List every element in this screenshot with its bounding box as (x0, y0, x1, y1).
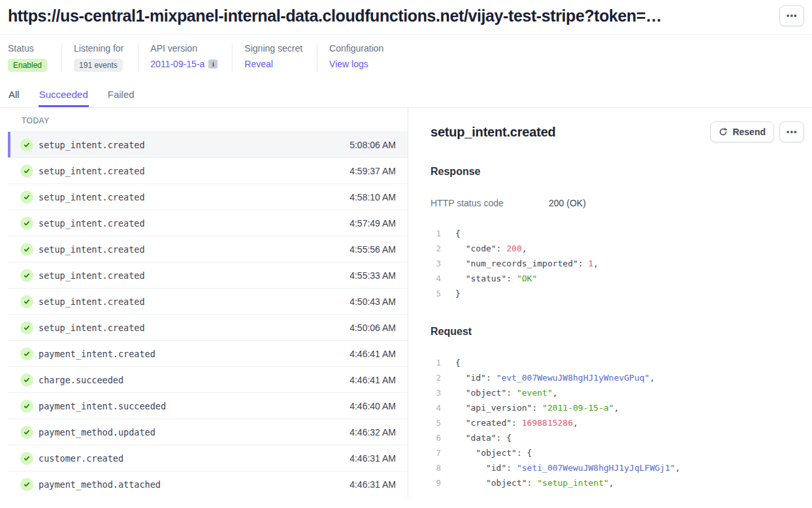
code-text: } (455, 286, 461, 301)
success-check-icon (20, 165, 33, 178)
meta-value: Enabled (8, 59, 47, 72)
status-badge: Enabled (8, 59, 47, 72)
code-text: "object": "setup_intent", (455, 475, 614, 490)
line-number: 5 (430, 286, 441, 301)
meta-item: StatusEnabled (8, 43, 61, 72)
webhook-endpoint-page: https://us-central1-mixpanel-internal-da… (0, 0, 812, 508)
success-check-icon (20, 138, 33, 151)
event-name: setup_intent.created (39, 323, 145, 333)
event-time: 4:46:32 AM (349, 427, 396, 437)
success-check-icon (20, 400, 33, 413)
request-json-code: 1{2 "id": "evt_007WewuJW8hgHJ1yWnevGPuq"… (430, 355, 804, 490)
success-check-icon (20, 243, 33, 256)
code-text: "object": "event", (455, 385, 558, 400)
meta-item: ConfigurationView logs (317, 43, 398, 72)
header-overflow-button[interactable]: ••• (779, 5, 804, 26)
event-time: 4:57:49 AM (349, 218, 396, 229)
event-row[interactable]: setup_intent.created4:55:33 AM (8, 262, 408, 288)
event-row[interactable]: payment_method.updated4:46:32 AM (8, 419, 408, 445)
event-name: charge.succeeded (39, 375, 123, 385)
meta-label: Status (8, 43, 47, 54)
event-name: setup_intent.created (39, 244, 145, 255)
event-time: 4:46:41 AM (349, 349, 396, 359)
event-row[interactable]: setup_intent.created4:55:56 AM (8, 236, 408, 262)
event-row[interactable]: setup_intent.created4:57:49 AM (8, 210, 408, 236)
selected-indicator (8, 132, 10, 157)
tab-all[interactable]: All (8, 86, 20, 107)
meta-value: View logs (329, 59, 383, 69)
ellipsis-icon: ••• (786, 128, 798, 136)
code-line: 3 "object": "event", (430, 385, 804, 400)
event-name: setup_intent.created (39, 166, 145, 176)
line-number: 1 (430, 226, 441, 241)
code-line: 5} (430, 286, 804, 301)
http-status-value: 200 (OK) (549, 198, 586, 208)
code-text: "data": { (455, 430, 512, 445)
event-name: payment_intent.created (39, 349, 155, 359)
line-number: 4 (430, 271, 441, 286)
meta-item: Signing secretReveal (232, 43, 317, 72)
code-text: "status": "OK" (455, 271, 537, 286)
event-row[interactable]: customer.created4:46:31 AM (8, 445, 408, 471)
line-number: 4 (430, 400, 441, 415)
success-check-icon (20, 295, 33, 308)
event-list-pane: TODAY setup_intent.created5:08:06 AMsetu… (0, 108, 408, 498)
success-check-icon (20, 191, 33, 204)
code-text: "num_records_imported": 1, (455, 256, 598, 271)
event-name: setup_intent.created (39, 270, 145, 281)
event-list: setup_intent.created5:08:06 AMsetup_inte… (8, 131, 408, 497)
resend-button[interactable]: Resend (710, 121, 774, 142)
endpoint-url: https://us-central1-mixpanel-internal-da… (8, 5, 662, 25)
event-time: 4:55:33 AM (349, 270, 396, 281)
meta-label: Signing secret (244, 43, 302, 54)
event-row[interactable]: setup_intent.created4:50:43 AM (8, 288, 408, 314)
event-row[interactable]: setup_intent.created4:59:37 AM (8, 157, 408, 183)
meta-link-api-version[interactable]: 2011-09-15-a (150, 59, 204, 69)
detail-overflow-button[interactable]: ••• (779, 121, 804, 142)
event-row[interactable]: payment_intent.succeeded4:46:40 AM (8, 392, 408, 419)
meta-item: API version2011-09-15-ai (138, 43, 232, 72)
code-line: 4 "api_version": "2011-09-15-a", (430, 400, 804, 415)
success-check-icon (20, 217, 33, 230)
code-line: 6 "data": { (430, 430, 804, 445)
code-text: "id": "evt_007WewuJW8hgHJ1yWnevGPuq", (455, 370, 655, 385)
detail-actions: Resend ••• (710, 121, 804, 142)
event-detail-pane: setup_intent.created Resend ••• (408, 108, 812, 498)
response-json-code: 1{2 "code": 200,3 "num_records_imported"… (430, 226, 804, 301)
refresh-icon (719, 127, 728, 136)
http-status-label: HTTP status code (430, 198, 549, 208)
meta-link-signing-secret[interactable]: Reveal (244, 59, 273, 69)
resend-label: Resend (732, 127, 766, 137)
code-text: { (455, 355, 461, 370)
event-detail-header: setup_intent.created Resend ••• (430, 121, 804, 142)
success-check-icon (20, 373, 33, 387)
meta-label: Configuration (329, 43, 383, 54)
code-line: 3 "num_records_imported": 1, (430, 256, 804, 271)
event-time: 4:58:10 AM (349, 192, 396, 202)
event-group-label: TODAY (8, 108, 408, 131)
code-line: 1{ (430, 355, 804, 370)
event-time: 4:50:43 AM (349, 296, 396, 307)
success-check-icon (20, 347, 33, 360)
code-text: "id": "seti_007WewuJW8hgHJ1yJqLFWGj1", (455, 460, 680, 475)
tab-failed[interactable]: Failed (107, 86, 135, 107)
tab-succeeded[interactable]: Succeeded (39, 86, 89, 107)
line-number: 5 (430, 415, 441, 430)
event-time: 4:59:37 AM (349, 166, 396, 176)
code-text: "code": 200, (455, 241, 527, 256)
event-row[interactable]: setup_intent.created5:08:06 AM (8, 131, 408, 157)
event-row[interactable]: payment_intent.created4:46:41 AM (8, 340, 408, 366)
code-line: 1{ (430, 226, 804, 241)
event-row[interactable]: setup_intent.created4:50:06 AM (8, 314, 408, 340)
event-name: customer.created (39, 453, 123, 464)
line-number: 2 (430, 370, 441, 385)
event-name: payment_method.updated (39, 427, 155, 437)
info-icon[interactable]: i (208, 59, 218, 69)
event-row[interactable]: setup_intent.created4:58:10 AM (8, 183, 408, 210)
event-row[interactable]: charge.succeeded4:46:41 AM (8, 366, 408, 392)
event-row[interactable]: payment_method.attached4:46:31 AM (8, 471, 408, 497)
event-name: setup_intent.created (39, 140, 145, 150)
meta-link-configuration[interactable]: View logs (329, 59, 368, 69)
meta-item: Listening for191 events (61, 43, 138, 72)
response-section-heading: Response (430, 166, 804, 178)
